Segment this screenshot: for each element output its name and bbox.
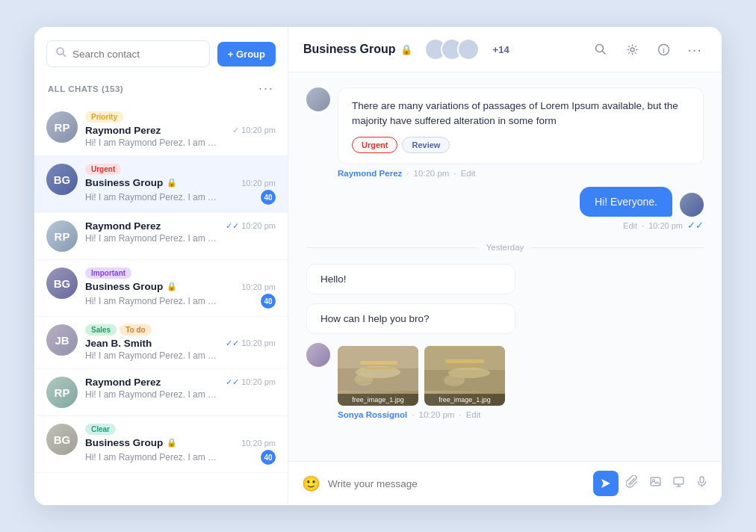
chat-time-c5: ✓✓ 10:20 pm (226, 338, 276, 348)
chat-list: RPPriorityRaymond Perez✓ 10:20 pmHi! I a… (34, 104, 288, 505)
chat-name-text-c2: Business Group🔒 (85, 177, 177, 188)
chat-tag-c5: Sales (85, 324, 117, 335)
message-dot2-1: · (453, 169, 456, 178)
sonya-avatar (306, 343, 330, 367)
chat-info-c4: ImportantBusiness Group🔒10:20 pmHi! I am… (85, 267, 276, 309)
message-meta-1: Raymond Perez · 10:20 pm · Edit (338, 169, 704, 178)
edit-link-sent[interactable]: Edit (623, 221, 637, 230)
double-check-icon: ✓✓ (687, 220, 704, 231)
message-input[interactable] (328, 478, 586, 489)
sonya-time: 10:20 pm (419, 410, 455, 419)
message-sent: Hi! Everyone. Edit · 10:20 pm ✓✓ (580, 187, 704, 231)
chat-title: Business Group 🔒 (303, 43, 412, 56)
image-upload-icon[interactable] (649, 475, 662, 492)
chat-name-row-c1: Raymond Perez✓ 10:20 pm (85, 125, 276, 136)
plus-count: +14 (493, 44, 509, 55)
sidebar: + Group ALL CHATS (153) ··· RPPriorityRa… (34, 27, 288, 505)
chat-item-c2[interactable]: BGUrgentBusiness Group🔒10:20 pmHi! I am … (34, 156, 288, 213)
image-thumb-1[interactable]: free_image_1.jpg (338, 346, 418, 406)
image-thumb-2[interactable]: free_image_1.jpg (424, 346, 505, 406)
svg-point-19 (444, 374, 465, 386)
divider-line-left (306, 247, 479, 248)
svg-rect-20 (651, 477, 660, 486)
sender-name-sonya: Sonya Rossignol (338, 410, 407, 419)
chat-name-row-c2: Business Group🔒10:20 pm (85, 177, 276, 188)
chat-avatar-c3: RP (46, 220, 78, 252)
sender-name-1: Raymond Perez (338, 169, 402, 178)
chat-item-c3[interactable]: RPRaymond Perez✓✓ 10:20 pmHi! I am Raymo… (34, 213, 288, 260)
chat-tag-c1: Priority (85, 111, 123, 123)
chat-avatar-c4: BG (46, 267, 78, 299)
search-input[interactable] (72, 49, 200, 60)
chat-avatar-c6: RP (46, 377, 78, 408)
edit-link-1[interactable]: Edit (461, 169, 476, 178)
chat-badge-c7: 40 (261, 450, 276, 465)
chat-item-c7[interactable]: BGClearBusiness Group🔒10:20 pmHi! I am R… (34, 416, 288, 473)
settings-button[interactable] (620, 37, 644, 61)
svg-rect-17 (445, 359, 484, 363)
sent-dot: · (642, 221, 644, 230)
svg-line-1 (63, 54, 66, 57)
chat-lock-icon: 🔒 (400, 44, 412, 55)
chat-name-row-c7: Business Group🔒10:20 pm (85, 437, 276, 448)
all-chats-more-button[interactable]: ··· (258, 81, 274, 96)
svg-rect-10 (360, 361, 397, 365)
message-text-1: There are many variations of passages of… (352, 100, 678, 126)
add-group-button[interactable]: + Group (217, 42, 276, 66)
chat-preview-c6: Hi! I am Raymond Perez. I am a new user … (85, 389, 220, 400)
edit-link-sonya[interactable]: Edit (466, 410, 481, 419)
chat-item-c5[interactable]: JBSalesTo doJean B. Smith✓✓ 10:20 pmHi! … (34, 317, 288, 369)
emoji-button[interactable]: 🙂 (302, 474, 320, 492)
all-chats-label: ALL CHATS (153) (48, 84, 123, 93)
message-received-images: free_image_1.jpg (306, 343, 704, 419)
simple-msg-help: How can I help you bro? (306, 303, 515, 334)
chat-badge-c4: 40 (261, 294, 276, 309)
info-button[interactable]: i (651, 37, 675, 61)
send-button[interactable] (593, 471, 619, 496)
search-icon (56, 47, 66, 61)
images-row: free_image_1.jpg (338, 346, 505, 406)
group-avatar-3 (457, 38, 480, 61)
message-card-1: There are many variations of passages of… (338, 87, 704, 164)
search-button[interactable] (589, 37, 613, 61)
all-chats-header: ALL CHATS (153) ··· (34, 76, 288, 104)
chat-time-c4: 10:20 pm (241, 282, 276, 291)
sent-meta: Edit · 10:20 pm ✓✓ (623, 220, 704, 231)
message-meta-sonya: Sonya Rossignol · 10:20 pm · Edit (338, 410, 505, 419)
sent-row: Hi! Everyone. (580, 187, 704, 217)
chat-avatar-c7: BG (46, 424, 78, 455)
svg-point-12 (355, 374, 373, 386)
chat-name-text-c3: Raymond Perez (85, 220, 161, 232)
sent-bubble: Hi! Everyone. (580, 187, 672, 217)
svg-rect-18 (449, 365, 480, 368)
search-box[interactable] (46, 40, 210, 67)
chat-preview-c4: Hi! I am Raymond Perez. I am a new user … (85, 296, 220, 306)
chat-tag2-c5: To do (120, 324, 151, 335)
chat-preview-c3: Hi! I am Raymond Perez. I am a new user … (85, 233, 220, 244)
message-dot-1: · (406, 169, 409, 178)
divider-line-right (531, 247, 704, 248)
more-button[interactable]: ··· (683, 37, 707, 61)
day-divider-text: Yesterday (486, 243, 524, 252)
sidebar-header: + Group (34, 27, 288, 76)
chat-info-c6: Raymond Perez✓✓ 10:20 pmHi! I am Raymond… (85, 377, 276, 400)
mic-icon[interactable] (695, 475, 708, 492)
chat-tag-c7: Clear (85, 424, 116, 435)
svg-text:i: i (663, 46, 665, 54)
lock-icon-c4: 🔒 (167, 282, 177, 291)
chat-item-c1[interactable]: RPPriorityRaymond Perez✓ 10:20 pmHi! I a… (34, 104, 288, 156)
chat-title-text: Business Group (303, 43, 396, 56)
chat-item-c4[interactable]: BGImportantBusiness Group🔒10:20 pmHi! I … (34, 260, 288, 317)
lock-icon-c7: 🔒 (167, 438, 177, 448)
sonya-dot: · (412, 410, 414, 419)
avatar-stack (424, 38, 480, 61)
screen-share-icon[interactable] (672, 475, 685, 492)
chat-avatar-c2: BG (46, 164, 78, 195)
chat-info-c1: PriorityRaymond Perez✓ 10:20 pmHi! I am … (85, 111, 276, 148)
chat-item-c6[interactable]: RPRaymond Perez✓✓ 10:20 pmHi! I am Raymo… (34, 369, 288, 416)
chat-name-text-c6: Raymond Perez (85, 377, 161, 388)
chat-info-c7: ClearBusiness Group🔒10:20 pmHi! I am Ray… (85, 424, 276, 465)
attachment-icon[interactable] (626, 475, 639, 492)
chat-info-c2: UrgentBusiness Group🔒10:20 pmHi! I am Ra… (85, 164, 276, 205)
lock-icon-c2: 🔒 (167, 178, 177, 188)
